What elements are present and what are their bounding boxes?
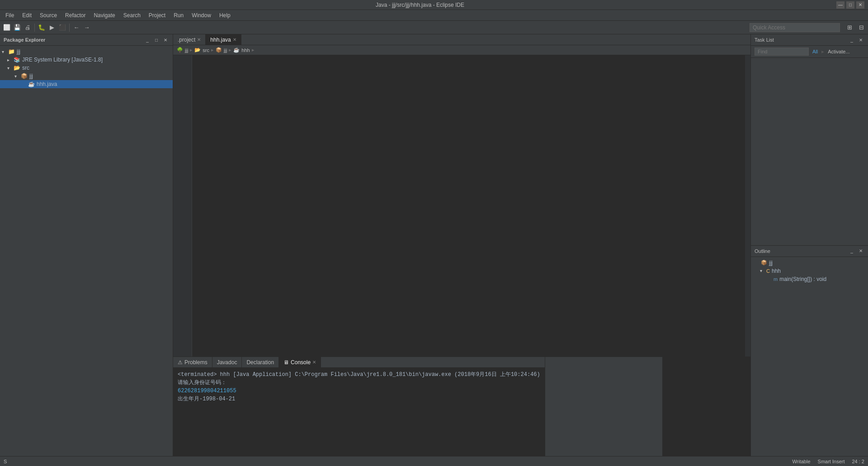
menu-help[interactable]: Help <box>216 11 234 19</box>
breadcrumb-pkg: 📦 <box>216 47 222 53</box>
run-button[interactable]: ▶ <box>47 23 57 33</box>
package-tree: ▾ 📁 jjj ▸ 📚 JRE System Library [JavaSE-1… <box>0 46 173 456</box>
breadcrumb-jjj[interactable]: jjj <box>185 48 188 53</box>
quick-access-box <box>750 23 840 32</box>
menu-source[interactable]: Source <box>36 11 61 19</box>
breadcrumb-src-label[interactable]: src <box>203 48 209 53</box>
tab-project-close[interactable]: ✕ <box>197 37 201 42</box>
maximize-button[interactable]: □ <box>846 1 854 9</box>
toolbar-group-3: ← → <box>71 23 92 33</box>
menu-window[interactable]: Window <box>188 11 215 19</box>
breadcrumb-pkg-label[interactable]: jjj <box>224 48 227 53</box>
toolbar-sep-2 <box>69 24 70 32</box>
tab-problems[interactable]: ⚠ Problems <box>173 357 212 367</box>
outline-header: Outline _ ✕ <box>751 246 868 257</box>
java-file-icon: ☕ <box>28 81 35 87</box>
bottom-right-panel <box>545 357 662 456</box>
menu-refactor[interactable]: Refactor <box>61 11 89 19</box>
pkg-explorer-minimize[interactable]: _ <box>144 36 151 43</box>
tab-javadoc-label: Javadoc <box>217 359 237 366</box>
task-list-minimize[interactable]: _ <box>848 36 855 43</box>
code-content[interactable] <box>192 55 745 357</box>
outline-item-hhh[interactable]: ▾ C hhh <box>753 267 866 275</box>
breadcrumb-file[interactable]: hhh <box>241 48 250 53</box>
outline-header-buttons: _ ✕ <box>848 247 864 255</box>
menu-navigate[interactable]: Navigate <box>90 11 118 19</box>
debug-button[interactable]: 🐛 <box>37 23 47 33</box>
tab-javadoc[interactable]: Javadoc <box>212 357 242 367</box>
perspective-btn-1[interactable]: ⊞ <box>844 23 854 33</box>
outline-title: Outline <box>755 248 770 254</box>
console-prompt: 请输入身份证号码： <box>178 379 540 387</box>
editor-tabs: .project ✕ hhh.java ✕ <box>173 34 750 45</box>
outline-close[interactable]: ✕ <box>857 247 864 255</box>
menu-project[interactable]: Project <box>145 11 169 19</box>
outline-label-hhh: hhh <box>772 268 781 274</box>
package-explorer-panel: Package Explorer _ □ ✕ ▾ 📁 jjj ▸ 📚 JRE S… <box>0 34 173 456</box>
tab-console-label: Console <box>291 359 311 366</box>
pkg-explorer-actions: _ □ ✕ <box>144 36 169 43</box>
tree-item-project[interactable]: ▾ 📁 jjj <box>0 48 173 56</box>
outline-item-main[interactable]: m main(String[]) : void <box>753 275 866 283</box>
tab-hhh-java[interactable]: hhh.java ✕ <box>206 34 241 45</box>
task-list-panel: Task List _ ✕ All ▸ Activate... <box>751 34 868 246</box>
new-button[interactable]: ⬜ <box>2 23 12 33</box>
outline-content: 📦 jjj ▾ C hhh m main(String[]) : void <box>751 257 868 285</box>
tab-problems-label: Problems <box>184 359 208 366</box>
task-filter-all[interactable]: All <box>812 49 818 54</box>
console-output: 出生年月-1998-04-21 <box>178 395 540 403</box>
line-numbers <box>173 55 192 357</box>
jre-icon: 📚 <box>14 57 20 63</box>
src-icon: 📂 <box>14 65 20 71</box>
tree-item-jre[interactable]: ▸ 📚 JRE System Library [JavaSE-1.8] <box>0 56 173 64</box>
project-label: jjj <box>17 48 20 55</box>
quick-access-input[interactable] <box>750 23 840 32</box>
tab-console[interactable]: 🖥 Console ✕ <box>279 357 321 367</box>
stop-button[interactable]: ⬛ <box>57 23 67 33</box>
task-search-input[interactable] <box>755 48 809 56</box>
package-explorer-header: Package Explorer _ □ ✕ <box>0 34 173 46</box>
tab-console-close[interactable]: ✕ <box>312 360 316 365</box>
tab-declaration[interactable]: Declaration <box>242 357 279 367</box>
package-explorer-title: Package Explorer <box>4 37 45 43</box>
toolbar: ⬜ 💾 🖨 🐛 ▶ ⬛ ← → ⊞ ⊟ <box>0 21 868 34</box>
perspective-buttons: ⊞ ⊟ <box>844 23 866 33</box>
menu-edit[interactable]: Edit <box>19 11 35 19</box>
right-panel: Task List _ ✕ All ▸ Activate... Outline … <box>750 34 868 456</box>
task-list-header-buttons: _ ✕ <box>848 36 864 43</box>
task-activate[interactable]: Activate... <box>828 49 849 54</box>
pkg-explorer-maximize[interactable]: □ <box>153 36 160 43</box>
code-editor[interactable] <box>173 55 750 357</box>
tab-problems-icon: ⚠ <box>178 359 183 366</box>
menu-search[interactable]: Search <box>120 11 144 19</box>
save-button[interactable]: 💾 <box>12 23 22 33</box>
status-writable: Writable <box>792 459 810 464</box>
outline-item-jjj[interactable]: 📦 jjj <box>753 259 866 267</box>
menu-bar: File Edit Source Refactor Navigate Searc… <box>0 10 868 21</box>
forward-button[interactable]: → <box>82 23 92 33</box>
pkg-explorer-close[interactable]: ✕ <box>162 36 169 43</box>
task-list-close[interactable]: ✕ <box>857 36 864 43</box>
right-gutter <box>745 55 750 357</box>
outline-minimize[interactable]: _ <box>848 247 855 255</box>
back-button[interactable]: ← <box>71 23 81 33</box>
task-filter-sep: ▸ <box>821 48 824 55</box>
status-insert-mode: Smart Insert <box>818 459 845 464</box>
expand-arrow-jre: ▸ <box>7 57 12 62</box>
tab-hhh-close[interactable]: ✕ <box>233 37 236 42</box>
minimize-button[interactable]: — <box>836 1 844 9</box>
tree-item-src[interactable]: ▾ 📂 src <box>0 64 173 72</box>
print-button[interactable]: 🖨 <box>23 23 33 33</box>
tab-project[interactable]: .project ✕ <box>173 34 206 45</box>
package-label: jjj <box>29 73 33 79</box>
breadcrumb-sep-3: ▸ <box>229 47 231 53</box>
menu-file[interactable]: File <box>2 11 18 19</box>
perspective-btn-2[interactable]: ⊟ <box>856 23 866 33</box>
expand-arrow-package: ▾ <box>14 74 19 79</box>
menu-run[interactable]: Run <box>170 11 187 19</box>
tree-item-package[interactable]: ▾ 📦 jjj <box>0 72 173 80</box>
tree-item-java-file[interactable]: ☕ hhh.java <box>0 80 173 88</box>
expand-arrow-src: ▾ <box>7 66 12 71</box>
close-button[interactable]: ✕ <box>856 1 864 9</box>
breadcrumb-sep-4: ▸ <box>252 47 255 53</box>
